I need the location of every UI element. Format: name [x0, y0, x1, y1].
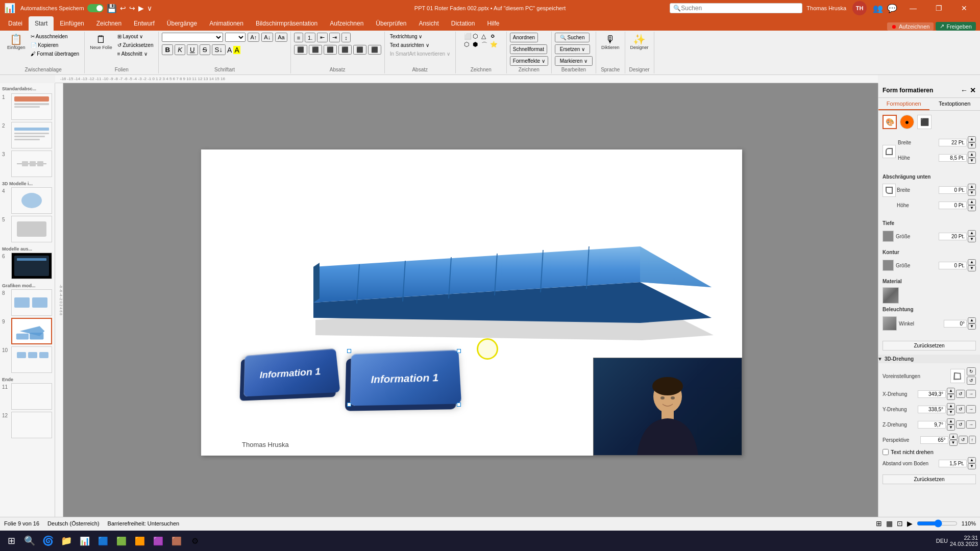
slide-thumb-1[interactable]: 1 [2, 93, 53, 120]
tab-überprüfen[interactable]: Überprüfen [370, 16, 412, 31]
breite-down[interactable]: ▼ [968, 142, 976, 148]
y-down[interactable]: ▼ [947, 409, 955, 415]
w-down[interactable]: ▼ [968, 323, 976, 330]
btn-ersetzen[interactable]: Ersetzen ∨ [555, 44, 590, 54]
btn-num-list[interactable]: 1. [305, 33, 315, 42]
format-panel-close-icon[interactable]: ✕ [970, 86, 976, 94]
tab-hilfe[interactable]: Hilfe [481, 16, 505, 31]
btn-list[interactable]: ≡ [294, 33, 303, 42]
tiefe-color-btn[interactable] [883, 231, 894, 242]
shape6[interactable]: ⬢ [473, 41, 480, 49]
view-present-icon[interactable]: ▶ [907, 519, 913, 528]
p-down[interactable]: ▼ [949, 440, 958, 446]
btn-formeffekte[interactable]: Formeffekte ∨ [510, 56, 548, 66]
btn-abschnitt[interactable]: ≡ Abschnitt ∨ [115, 50, 156, 58]
btn-strikethrough[interactable]: S [200, 44, 210, 55]
y-drehung-input[interactable] [918, 406, 946, 413]
format-icon-3d[interactable]: ⬛ [917, 115, 932, 129]
abstand-input[interactable] [939, 460, 967, 467]
tab-textoptionen[interactable]: Textoptionen [929, 98, 981, 110]
btn-einfügen[interactable]: 📋 Einfügen [5, 33, 28, 52]
x-apply[interactable]: → [966, 390, 976, 398]
kontur-größe-input[interactable] [939, 262, 967, 269]
view-normal-icon[interactable]: ⊞ [876, 519, 882, 528]
material-btn[interactable] [883, 287, 899, 304]
btn-markieren[interactable]: Markieren ∨ [555, 56, 593, 66]
höhe-up[interactable]: ▲ [968, 152, 976, 158]
toolbar-icon-undo[interactable]: ↩ [120, 4, 126, 12]
tab-formoptionen[interactable]: Formoptionen [878, 98, 929, 110]
shape2[interactable]: ⬡ [473, 33, 480, 40]
btn-smartart[interactable]: In SmartArt konvertieren ∨ [388, 50, 452, 58]
höhe-unten-input[interactable] [939, 202, 967, 209]
btn-format-übertragen[interactable]: 🖌 Format übertragen [29, 50, 82, 58]
btn-designer[interactable]: ✨ Designer [628, 33, 651, 52]
btn-align-center[interactable]: ⬛ [309, 45, 322, 55]
btn-diktieren[interactable]: 🎙 Diktieren [599, 33, 622, 52]
shape5[interactable]: ⬡ [464, 41, 472, 49]
z-down[interactable]: ▼ [947, 424, 955, 431]
hu-down[interactable]: ▼ [968, 205, 976, 211]
zoom-slider[interactable] [917, 519, 958, 528]
slide-thumb-12[interactable]: 12 [2, 412, 53, 438]
z-apply[interactable]: → [966, 420, 976, 429]
btn-align-right[interactable]: ⬛ [324, 45, 337, 55]
format-icon-fill[interactable]: 🎨 [883, 115, 897, 129]
p-reset[interactable]: ↺ [959, 436, 968, 444]
kontur-color-btn[interactable] [883, 260, 894, 271]
toolbar-icon-present[interactable]: ▶ [138, 4, 144, 12]
taskbar-app7[interactable]: 🟧 [131, 532, 149, 550]
breite-up[interactable]: ▲ [968, 136, 976, 142]
taskbar-search[interactable]: 🔍 [20, 532, 39, 550]
bu-down[interactable]: ▼ [968, 190, 976, 196]
kg-up[interactable]: ▲ [968, 259, 976, 265]
font-size-select[interactable] [225, 33, 246, 42]
format-icon-color[interactable]: ● [900, 115, 914, 129]
taskbar-edge[interactable]: 🌀 [39, 532, 57, 550]
tab-ansicht[interactable]: Ansicht [412, 16, 445, 31]
taskbar-app5[interactable]: 🟦 [94, 532, 112, 550]
toolbar-icon-more[interactable]: ∨ [147, 4, 152, 12]
selection-handle-tl[interactable] [347, 349, 351, 353]
btn-indent-more[interactable]: ⇥ [329, 33, 340, 42]
search-bar[interactable]: 🔍 [670, 3, 802, 13]
abschrägung-unten-control[interactable] [883, 184, 896, 197]
btn-layout[interactable]: ⊞ Layout ∨ [115, 33, 156, 40]
taskbar-app9[interactable]: 🟫 [167, 532, 186, 550]
btn-justify[interactable]: ⬛ [338, 45, 352, 55]
btn-decrease-font[interactable]: A↓ [261, 33, 273, 42]
voreinstellungen-btn[interactable] [950, 369, 965, 383]
slide-thumb-10[interactable]: 10 [2, 346, 53, 373]
btn-clear-format[interactable]: Aa [275, 33, 287, 42]
taskbar-explorer[interactable]: 📁 [57, 532, 76, 550]
tg-up[interactable]: ▲ [968, 230, 976, 236]
font-color-btn[interactable]: A [227, 46, 232, 54]
maximize-button[interactable]: ❐ [927, 0, 950, 16]
tab-datei[interactable]: Datei [2, 16, 29, 31]
btn-text-ausrichten[interactable]: Text ausrichten ∨ [388, 41, 431, 49]
tab-start[interactable]: Start [29, 16, 54, 31]
z-reset[interactable]: ↺ [956, 420, 965, 429]
btn-indent-less[interactable]: ⇤ [317, 33, 328, 42]
z-drehung-input[interactable] [918, 421, 946, 429]
winkel-input[interactable] [944, 320, 967, 328]
shape8[interactable]: ⭐ [490, 41, 498, 49]
btn-zurücksetzen[interactable]: ↺ Zurücksetzen [115, 41, 156, 49]
checkbox-text-nicht-drehen[interactable] [883, 449, 889, 455]
btn-text-direction[interactable]: ↕ [341, 33, 351, 42]
btn-zurücksetzen-drehung[interactable]: Zurücksetzen [883, 474, 976, 484]
slide-thumb-4[interactable]: 4 [2, 187, 53, 214]
z-up[interactable]: ▲ [947, 418, 955, 424]
btn-zurücksetzen-form[interactable]: Zurücksetzen [883, 341, 976, 350]
x-down[interactable]: ▼ [947, 394, 955, 400]
autosave-toggle[interactable] [87, 4, 104, 12]
beleuchtung-btn[interactable] [883, 316, 897, 331]
minimize-button[interactable]: — [901, 0, 925, 16]
btn-schnellformat[interactable]: Schnellformat [510, 44, 547, 54]
btn-align-left[interactable]: ⬛ [294, 45, 307, 55]
tab-übergänge[interactable]: Übergänge [161, 16, 203, 31]
highlight-btn[interactable]: A [233, 46, 240, 54]
slide-thumb-9[interactable]: 9 [2, 318, 53, 344]
btn-kopieren[interactable]: 📄 Kopieren [29, 41, 82, 49]
slide-thumb-11[interactable]: 11 [2, 383, 53, 410]
